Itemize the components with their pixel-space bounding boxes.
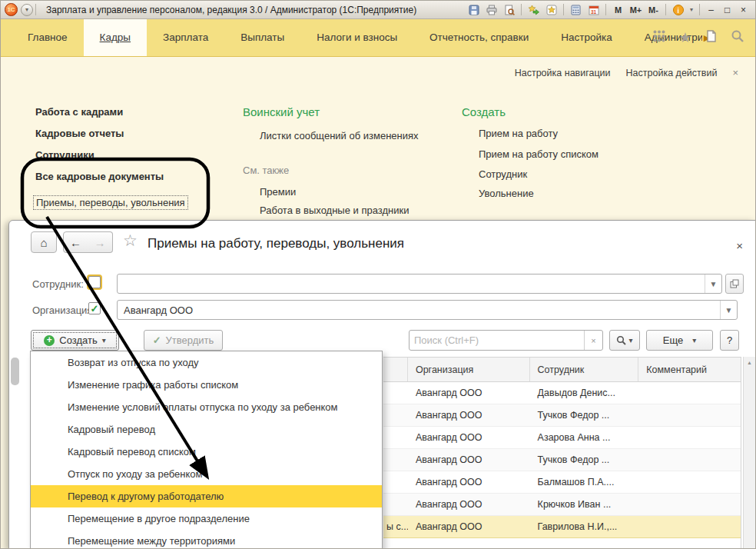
search-icon[interactable] bbox=[731, 29, 744, 46]
search-options-button[interactable]: ▾ bbox=[609, 330, 640, 351]
table-row[interactable]: Авангард ООО Давыдов Денис... bbox=[383, 382, 741, 404]
nav-item-sotrudnik-create[interactable]: Сотрудник bbox=[479, 168, 527, 180]
search-clear-icon[interactable]: × bbox=[584, 331, 602, 350]
history-icon[interactable] bbox=[705, 29, 718, 46]
system-menu-button[interactable]: ▾ bbox=[21, 4, 33, 16]
organization-combo-input[interactable]: Авангард ООО ▼ bbox=[117, 300, 738, 320]
cell-employee: Тучков Федор ... bbox=[530, 404, 639, 426]
nav-item-priem-na-rabotu[interactable]: Прием на работу bbox=[479, 128, 558, 139]
chevron-down-icon[interactable]: ▼ bbox=[705, 274, 721, 293]
cell-comment bbox=[638, 404, 741, 426]
favorites-icon[interactable] bbox=[543, 2, 559, 17]
menu-item[interactable]: Перемещение в другое подразделение bbox=[31, 507, 382, 530]
table-row[interactable]: Авангард ООО Тучков Федор ... bbox=[383, 404, 741, 427]
table-row[interactable]: Авангард ООО Азарова Анна ... bbox=[383, 427, 741, 449]
favorites-star-icon[interactable]: ★ bbox=[679, 29, 691, 46]
table-row[interactable]: Авангард ООО Тучков Федор ... bbox=[383, 449, 741, 471]
cell-comment bbox=[638, 471, 741, 493]
tab-vyplaty[interactable]: Выплаты bbox=[224, 19, 300, 56]
menu-item[interactable]: Возврат из отпуска по уходу bbox=[31, 351, 382, 374]
menu-item[interactable]: Перемещение между территориями bbox=[31, 530, 382, 549]
menu-item[interactable]: Кадровый перевод списком bbox=[31, 441, 382, 463]
menu-item[interactable]: Изменение условий оплаты отпуска по уход… bbox=[31, 396, 382, 418]
column-header-doc[interactable] bbox=[383, 358, 408, 381]
memory-add-button[interactable]: M+ bbox=[628, 2, 644, 17]
more-button[interactable]: Еще ▾ bbox=[646, 330, 713, 351]
group-header-create[interactable]: Создать bbox=[462, 105, 506, 118]
calendar-icon[interactable]: 31 bbox=[585, 2, 602, 17]
vertical-scrollbar[interactable]: ▲ bbox=[743, 357, 755, 549]
print-preview-icon[interactable] bbox=[501, 2, 517, 17]
memory-subtract-button[interactable]: M- bbox=[645, 2, 662, 17]
actions-settings-link[interactable]: Настройка действий bbox=[626, 68, 718, 78]
table-row[interactable]: Авангард ООО Балмашов П.А.... bbox=[383, 471, 741, 494]
nav-item-uvolnenie[interactable]: Увольнение bbox=[479, 188, 534, 199]
column-header-comment[interactable]: Комментарий bbox=[638, 358, 741, 381]
approve-button[interactable]: ✓ Утвердить bbox=[144, 330, 223, 351]
menu-item[interactable]: Кадровый перевод bbox=[31, 418, 382, 441]
organization-field-label: Организация: bbox=[32, 304, 95, 316]
save-icon[interactable] bbox=[466, 2, 482, 17]
approve-button-label: Утвердить bbox=[166, 334, 214, 346]
nav-item-priemy-perevody-uvolneniya[interactable]: Приемы, переводы, увольнения bbox=[33, 195, 188, 210]
employee-filter-checkbox[interactable] bbox=[88, 276, 101, 288]
home-button[interactable]: ⌂ bbox=[31, 231, 57, 253]
nav-item-listki-soobscheniy[interactable]: Листки сообщений об изменениях bbox=[260, 130, 419, 141]
tab-nalogi[interactable]: Налоги и взносы bbox=[300, 19, 413, 56]
menu-item[interactable]: Отпуск по уходу за ребенком bbox=[31, 463, 382, 485]
info-icon[interactable]: i bbox=[670, 2, 686, 17]
group-header-voinskiy-uchet[interactable]: Воинский учет bbox=[243, 105, 320, 118]
calculator-icon[interactable] bbox=[568, 2, 584, 17]
organization-filter-checkbox[interactable]: ✓ bbox=[88, 302, 101, 314]
window-close-icon[interactable]: × bbox=[736, 239, 743, 252]
nav-item-priem-na-rabotu-spiskom[interactable]: Прием на работу списком bbox=[479, 148, 598, 160]
panel-close-icon[interactable]: × bbox=[732, 67, 738, 78]
info-dropdown-icon[interactable]: ▾ bbox=[688, 2, 695, 17]
create-button[interactable]: + Создать ▾ bbox=[31, 330, 119, 351]
nav-item-premii[interactable]: Премии bbox=[260, 186, 296, 198]
page-title: Приемы на работу, переводы, увольнения bbox=[148, 236, 404, 251]
employee-choose-button[interactable] bbox=[725, 274, 744, 294]
help-button[interactable]: ? bbox=[720, 330, 739, 351]
nav-item-vse-kadrovye-dokumenty[interactable]: Все кадровые документы bbox=[35, 171, 164, 182]
divider bbox=[605, 4, 606, 15]
tab-zarplata[interactable]: Зарплата bbox=[147, 19, 224, 56]
memory-recall-button[interactable]: M bbox=[610, 2, 626, 17]
back-button[interactable]: ← bbox=[63, 231, 88, 253]
all-functions-grid-icon[interactable] bbox=[652, 29, 666, 46]
employee-combo-input[interactable]: ▼ bbox=[117, 274, 722, 294]
scrollbar-thumb[interactable] bbox=[11, 358, 19, 385]
search-input[interactable] bbox=[410, 334, 584, 346]
cell-doc bbox=[383, 404, 408, 426]
tab-otchetnost[interactable]: Отчетность, справки bbox=[413, 19, 545, 56]
chevron-down-icon[interactable]: ▼ bbox=[720, 301, 737, 319]
minimize-button[interactable]: – bbox=[704, 3, 718, 16]
nav-item-sotrudniki[interactable]: Сотрудники bbox=[35, 149, 94, 161]
favorite-star-icon[interactable]: ☆ bbox=[123, 231, 138, 250]
table-row-selected[interactable]: ы с... Авангард ООО Гаврилова Н.И.,... bbox=[383, 516, 741, 538]
cell-organization: Авангард ООО bbox=[408, 404, 530, 426]
tab-nastroyka[interactable]: Настройка bbox=[545, 19, 628, 56]
maximize-button[interactable]: □ bbox=[720, 3, 734, 16]
nav-item-kadrovye-otchety[interactable]: Кадровые отчеты bbox=[35, 128, 124, 139]
chevron-down-icon: ▾ bbox=[692, 336, 696, 344]
column-header-employee[interactable]: Сотрудник bbox=[530, 358, 639, 381]
magnifier-icon bbox=[616, 335, 626, 345]
column-header-organization[interactable]: Организация bbox=[408, 358, 530, 381]
nav-item-rabota-v-vyhodnye[interactable]: Работа в выходные и праздники bbox=[260, 205, 409, 216]
scroll-up-icon[interactable]: ▲ bbox=[744, 357, 755, 368]
menu-item[interactable]: Изменение графика работы списком bbox=[31, 374, 382, 396]
close-button[interactable]: × bbox=[736, 3, 751, 16]
nav-item-rabota-s-kadrami[interactable]: Работа с кадрами bbox=[35, 106, 123, 118]
nav-settings-link[interactable]: Настройка навигации bbox=[515, 68, 611, 78]
add-favorite-icon[interactable] bbox=[526, 2, 542, 17]
cell-comment bbox=[638, 449, 741, 471]
table-row[interactable]: Авангард ООО Крючков Иван ... bbox=[383, 494, 741, 516]
tab-glavnoe[interactable]: Главное bbox=[12, 19, 84, 56]
menu-item-selected[interactable]: Перевод к другому работодателю bbox=[31, 485, 382, 507]
print-icon[interactable] bbox=[483, 2, 499, 17]
divider bbox=[563, 4, 564, 15]
forward-button[interactable]: → bbox=[88, 231, 113, 253]
cell-doc: ы с... bbox=[383, 516, 408, 537]
tab-kadry[interactable]: Кадры bbox=[84, 19, 147, 56]
